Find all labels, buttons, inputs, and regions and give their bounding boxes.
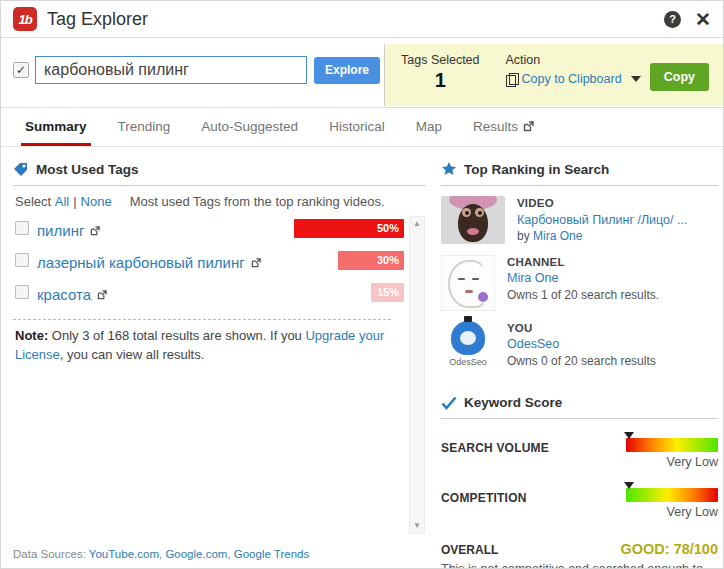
tab-results[interactable]: Results: [471, 119, 536, 146]
overall-description: This is not competitive and searched eno…: [441, 561, 718, 569]
tag-icon: [13, 161, 29, 177]
overall-score: GOOD: 78/100: [620, 541, 718, 557]
external-link-icon[interactable]: [97, 283, 107, 307]
external-link-icon: [523, 121, 534, 132]
tag-list: пилинг 50% лазерный карбоновый пилинг 30…: [13, 213, 426, 309]
tab-bar: Summary Trending Auto-Suggested Historic…: [1, 108, 723, 147]
scrollbar[interactable]: ▲ ▼: [409, 216, 425, 534]
rank-type-label: YOU: [507, 321, 656, 337]
footer-link-youtube[interactable]: YouTube.com: [89, 548, 159, 560]
rank-entry-channel: CHANNEL Mira One Owns 1 of 20 search res…: [441, 255, 718, 311]
action-dropdown[interactable]: Copy to Clipboard: [506, 72, 641, 86]
tab-trending[interactable]: Trending: [116, 119, 173, 146]
scroll-down-icon[interactable]: ▼: [413, 522, 421, 530]
copy-button[interactable]: Copy: [650, 63, 709, 91]
tab-auto-suggested[interactable]: Auto-Suggested: [199, 119, 300, 146]
external-link-icon[interactable]: [251, 251, 261, 275]
search-term-checkbox[interactable]: ✓: [13, 62, 29, 78]
tag-link[interactable]: лазерный карбоновый пилинг: [37, 254, 245, 271]
selection-panel: Tags Selected 1 Action Copy to Clipboard…: [384, 44, 723, 106]
tag-link[interactable]: пилинг: [37, 222, 84, 239]
chevron-down-icon: [631, 76, 641, 82]
tag-checkbox[interactable]: [15, 253, 29, 267]
metric-competition: COMPETITION Very Low: [441, 485, 718, 519]
tab-historical[interactable]: Historical: [327, 119, 387, 146]
you-detail: Owns 0 of 20 search results: [507, 353, 656, 369]
most-used-tags-section: Most Used Tags Select All | None Most us…: [13, 147, 426, 365]
channel-avatar[interactable]: [441, 255, 495, 311]
rank-entry-you: OdesSeo YOU OdesSeo Owns 0 of 20 search …: [441, 321, 718, 370]
tab-map[interactable]: Map: [414, 119, 444, 146]
star-icon: [441, 161, 457, 177]
gauge-marker-icon: [624, 432, 634, 439]
select-all-link[interactable]: All: [55, 194, 69, 209]
data-sources-label: Data Sources:: [13, 548, 89, 560]
search-volume-value: Very Low: [626, 455, 718, 469]
select-hint: Most used Tags from the top ranking vide…: [130, 194, 385, 209]
footer-link-google[interactable]: Google.com: [165, 548, 227, 560]
header: 1b Tag Explorer ? ✕: [1, 1, 723, 38]
tags-selected-label: Tags Selected: [401, 53, 480, 67]
select-label: Select: [15, 194, 51, 209]
checkmark-icon: [441, 396, 457, 410]
competition-value: Very Low: [626, 505, 718, 519]
you-avatar[interactable]: OdesSeo: [441, 321, 495, 370]
search-input[interactable]: [35, 56, 307, 84]
video-title-link[interactable]: Карбоновый Пилинг /Лицо/ ...: [517, 213, 687, 227]
clipboard-icon: [506, 73, 517, 86]
help-icon[interactable]: ?: [664, 11, 681, 28]
action-value[interactable]: Copy to Clipboard: [522, 72, 622, 86]
you-avatar-caption: OdesSeo: [441, 357, 495, 367]
gauge-marker-icon: [624, 482, 634, 489]
rank-type-label: VIDEO: [517, 196, 687, 212]
note: Note: Only 3 of 168 total results are sh…: [13, 319, 391, 365]
tag-explorer-window: 1b Tag Explorer ? ✕ ✓ Explore Tags Selec…: [0, 0, 724, 569]
scroll-up-icon[interactable]: ▲: [413, 220, 421, 228]
tag-row: красота 15%: [13, 277, 404, 309]
metric-search-volume: SEARCH VOLUME Very Low: [441, 435, 718, 469]
section-title: Keyword Score: [464, 395, 562, 410]
close-icon[interactable]: ✕: [695, 10, 711, 29]
right-column: Top Ranking in Search VIDEO Карбоновый П…: [441, 147, 718, 569]
video-author-link[interactable]: Mira One: [533, 229, 582, 243]
tag-row: пилинг 50%: [13, 213, 404, 245]
tag-usage-bar: 50%: [294, 219, 404, 238]
tag-usage-bar: 30%: [338, 251, 404, 270]
overall-label: OVERALL: [441, 543, 498, 557]
toolbar: ✓ Explore Tags Selected 1 Action Copy to…: [1, 38, 723, 108]
channel-name-link[interactable]: Mira One: [507, 271, 558, 285]
footer-link-google-trends[interactable]: Google Trends: [234, 548, 309, 560]
select-none-link[interactable]: None: [81, 194, 112, 209]
tubebuddy-logo-icon: 1b: [13, 7, 37, 31]
overall-row: OVERALL GOOD: 78/100: [441, 541, 718, 557]
external-link-icon[interactable]: [90, 219, 100, 243]
tag-link[interactable]: красота: [37, 286, 91, 303]
tab-summary[interactable]: Summary: [23, 119, 89, 146]
tag-row: лазерный карбоновый пилинг 30%: [13, 245, 404, 277]
tag-checkbox[interactable]: [15, 221, 29, 235]
footer: Data Sources: YouTube.com, Google.com, G…: [13, 548, 309, 560]
rank-type-label: CHANNEL: [507, 255, 659, 271]
section-title: Most Used Tags: [36, 162, 139, 177]
search-volume-gauge: [626, 438, 718, 452]
rank-entry-video: VIDEO Карбоновый Пилинг /Лицо/ ... by Mi…: [441, 196, 718, 245]
page-title: Tag Explorer: [47, 9, 148, 30]
you-name-link[interactable]: OdesSeo: [507, 337, 559, 351]
action-label: Action: [506, 53, 641, 67]
competition-gauge: [626, 488, 718, 502]
section-title: Top Ranking in Search: [464, 162, 609, 177]
channel-detail: Owns 1 of 20 search results.: [507, 287, 659, 303]
tags-selected-count: 1: [401, 69, 480, 92]
explore-button[interactable]: Explore: [314, 57, 380, 84]
video-thumbnail[interactable]: [441, 196, 505, 244]
tag-checkbox[interactable]: [15, 285, 29, 299]
tag-usage-bar: 15%: [371, 283, 404, 302]
